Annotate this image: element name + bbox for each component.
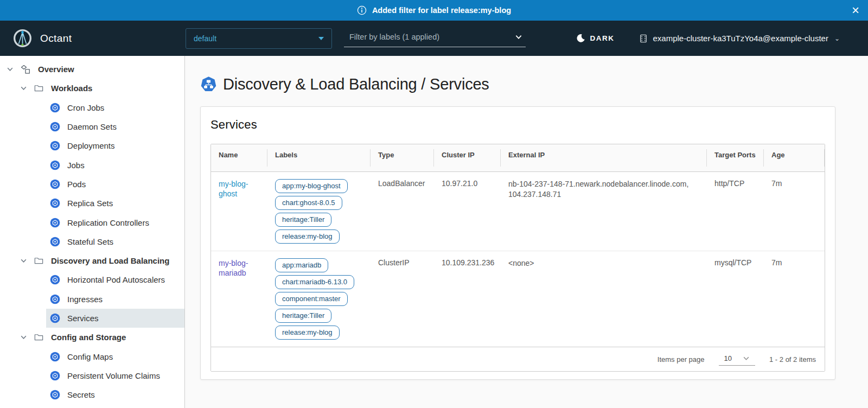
close-icon[interactable]: ×	[852, 4, 859, 17]
sidebar-item-services[interactable]: Services	[0, 309, 184, 328]
stateful-sets-icon	[50, 237, 60, 247]
label-pill[interactable]: chart:ghost-8.0.5	[275, 196, 342, 210]
label-pill[interactable]: release:my-blog	[275, 229, 340, 244]
label-pill-row: release:my-blog	[275, 326, 363, 340]
sidebar-item-overview[interactable]: Overview	[0, 60, 184, 79]
column-header-label: Labels	[275, 151, 297, 159]
label-pill[interactable]: heritage:Tiller	[275, 309, 331, 323]
sidebar-item-label: Cron Jobs	[67, 103, 104, 112]
persistent-volume-claims-icon	[50, 371, 60, 381]
label-pill-row: component:master	[275, 292, 363, 306]
service-name-link[interactable]: my-blog-ghost	[219, 180, 248, 198]
cell-labels: app:my-blog-ghostchart:ghost-8.0.5herita…	[267, 172, 371, 251]
column-header-cluster-ip: Cluster IP	[434, 144, 501, 172]
page-size-select[interactable]: 10	[719, 353, 755, 366]
column-header-label: Name	[219, 151, 238, 159]
cell-age: 7m	[764, 251, 825, 347]
datagrid-footer: Items per page 10 1 - 2 of 2 items	[211, 347, 825, 371]
chevron-down-icon	[7, 66, 14, 73]
page-title-row: Discovery & Load Balancing / Services	[200, 75, 835, 93]
items-per-page-label: Items per page	[658, 355, 705, 364]
sidebar-item-label: Ingresses	[67, 295, 103, 304]
namespace-value: default	[194, 34, 216, 43]
cluster-selector[interactable]: example-cluster-ka3TuTzYo4a@example-clus…	[639, 34, 868, 43]
sidebar-item-config-and-storage[interactable]: Config and Storage	[0, 328, 184, 347]
chevron-down-icon: ⌄	[834, 35, 840, 42]
sidebar-item-persistent-volume-claims[interactable]: Persistent Volume Claims	[0, 366, 184, 385]
label-pill[interactable]: component:master	[275, 292, 348, 306]
folder-icon	[34, 256, 44, 266]
label-pill[interactable]: heritage:Tiller	[275, 213, 331, 227]
secrets-icon	[50, 390, 60, 400]
cell-age: 7m	[764, 172, 825, 251]
label-pill-row: app:mariadb	[275, 258, 363, 272]
sidebar-item-horizontal-pod-autoscalers[interactable]: Horizontal Pod Autoscalers	[0, 270, 184, 289]
column-separator	[824, 149, 825, 167]
deployments-icon	[50, 141, 60, 151]
sidebar-item-label: Replication Controllers	[67, 218, 149, 227]
namespace-select[interactable]: default	[186, 28, 332, 49]
horizontal-pod-autoscalers-icon	[50, 275, 60, 285]
theme-toggle-button[interactable]: DARK	[576, 34, 615, 43]
column-header-label: Type	[378, 151, 394, 159]
sidebar-item-stateful-sets[interactable]: Stateful Sets	[0, 232, 184, 251]
jobs-icon	[50, 160, 60, 170]
cell-target-ports: http/TCP	[707, 172, 764, 251]
octant-logo	[13, 29, 32, 48]
service-name-link[interactable]: my-blog-mariadb	[219, 259, 248, 277]
chevron-down-icon	[20, 85, 27, 92]
cron-jobs-icon	[50, 103, 60, 113]
sidebar-item-daemon-sets[interactable]: Daemon Sets	[0, 117, 184, 136]
label-pill[interactable]: app:mariadb	[275, 258, 328, 272]
cell-name: my-blog-mariadb	[211, 251, 267, 347]
sidebar: OverviewWorkloadsCron JobsDaemon SetsDep…	[0, 56, 185, 408]
label-pill[interactable]: release:my-blog	[275, 326, 340, 340]
services-icon	[50, 313, 60, 323]
label-pill-row: heritage:Tiller	[275, 213, 363, 227]
column-header-label: External IP	[508, 151, 545, 159]
label-filter-dropdown[interactable]: Filter by labels (1 applied)	[344, 29, 526, 47]
chevron-down-icon	[20, 334, 27, 341]
page-size-value: 10	[724, 354, 732, 362]
cell-labels: app:mariadbchart:mariadb-6.13.0component…	[267, 251, 371, 347]
chevron-down-icon	[743, 355, 750, 362]
label-pill-row: heritage:Tiller	[275, 309, 363, 323]
cell-name: my-blog-ghost	[211, 172, 267, 251]
services-heptagon-icon	[200, 76, 217, 93]
sidebar-item-replica-sets[interactable]: Replica Sets	[0, 194, 184, 213]
app-title: Octant	[40, 33, 72, 44]
sidebar-item-label: Workloads	[51, 84, 92, 93]
sidebar-item-label: Overview	[38, 65, 74, 74]
sidebar-item-secrets[interactable]: Secrets	[0, 385, 184, 404]
sidebar-item-pods[interactable]: Pods	[0, 175, 184, 194]
moon-icon	[576, 34, 585, 43]
cluster-value: example-cluster-ka3TuTzYo4a@example-clus…	[653, 34, 828, 43]
sidebar-item-cron-jobs[interactable]: Cron Jobs	[0, 98, 184, 117]
ingresses-icon	[50, 294, 60, 304]
overview-icon	[20, 64, 31, 75]
cell-external-ip: nb-104-237-148-71.newark.nodebalancer.li…	[501, 172, 707, 251]
sidebar-item-jobs[interactable]: Jobs	[0, 155, 184, 174]
sidebar-item-config-maps[interactable]: Config Maps	[0, 347, 184, 366]
page-title: Discovery & Load Balancing / Services	[223, 75, 489, 93]
app-header: Octant default Filter by labels (1 appli…	[0, 21, 868, 56]
label-pill[interactable]: app:my-blog-ghost	[275, 179, 348, 193]
config-maps-icon	[50, 352, 60, 362]
sidebar-item-deployments[interactable]: Deployments	[0, 136, 184, 155]
sidebar-item-discovery-and-load-balancing[interactable]: Discovery and Load Balancing	[0, 251, 184, 270]
sidebar-item-label: Persistent Volume Claims	[67, 371, 160, 380]
sidebar-item-label: Stateful Sets	[67, 237, 113, 246]
label-pill[interactable]: chart:mariadb-6.13.0	[275, 275, 354, 289]
sidebar-item-replication-controllers[interactable]: Replication Controllers	[0, 213, 184, 232]
replica-sets-icon	[50, 198, 60, 208]
sidebar-item-label: Config Maps	[67, 352, 113, 361]
pagination-range: 1 - 2 of 2 items	[769, 355, 816, 364]
label-pill-row: chart:ghost-8.0.5	[275, 196, 363, 210]
sidebar-item-label: Secrets	[67, 390, 95, 399]
cell-external-ip: <none>	[501, 251, 707, 347]
cell-cluster-ip: 10.109.231.236	[434, 251, 501, 347]
label-pill-row: app:my-blog-ghost	[275, 179, 363, 193]
sidebar-item-workloads[interactable]: Workloads	[0, 79, 184, 98]
sidebar-item-ingresses[interactable]: Ingresses	[0, 290, 184, 309]
main-content: Discovery & Load Balancing / Services Se…	[185, 56, 868, 408]
